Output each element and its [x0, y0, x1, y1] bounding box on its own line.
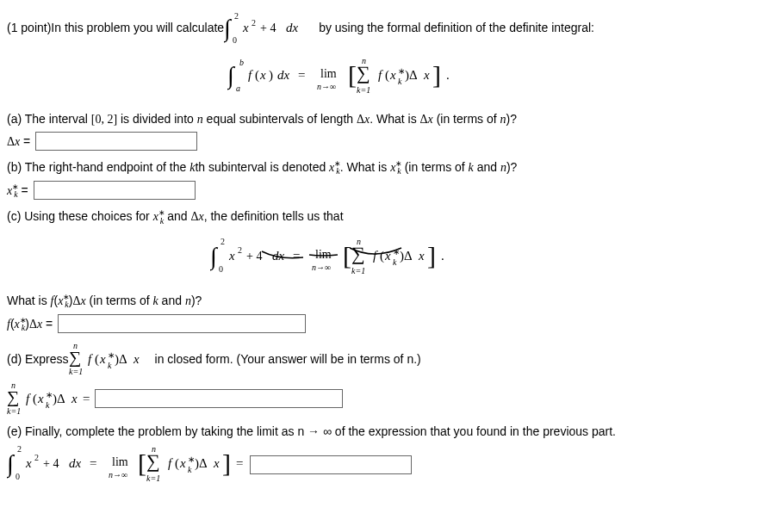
svg-text:k: k [108, 361, 112, 370]
svg-text:+ 4: + 4 [43, 457, 59, 470]
svg-text:x: x [99, 352, 106, 366]
svg-text:2: 2 [34, 453, 39, 462]
svg-text:.: . [441, 249, 444, 263]
part-a-text: (a) The interval [0, 2] is divided into … [7, 112, 757, 127]
svg-text:∗: ∗ [46, 390, 53, 399]
delta-x-label: Δx = [7, 134, 30, 149]
svg-text:x: x [179, 456, 186, 470]
intro-prefix: In this problem you will calculate [51, 21, 224, 34]
xk-label: x∗k = [7, 182, 28, 199]
svg-text:=: = [83, 392, 90, 405]
svg-text:+ 4: + 4 [260, 22, 276, 34]
part-d-suffix: in closed form. (Your answer will be in … [155, 352, 421, 366]
xk-input[interactable] [34, 181, 196, 200]
svg-text:f: f [378, 68, 383, 82]
svg-text:2: 2 [234, 11, 239, 21]
svg-text:k: k [46, 400, 50, 410]
svg-text:∫: ∫ [210, 243, 219, 271]
fxk-input[interactable] [58, 314, 306, 333]
svg-text:lim: lim [320, 67, 337, 80]
svg-text:∗: ∗ [398, 66, 405, 76]
intro-suffix: by using the formal definition of the de… [319, 21, 594, 34]
svg-text:.: . [446, 68, 450, 82]
svg-text:(: ( [33, 392, 37, 406]
svg-text:k: k [188, 465, 192, 474]
svg-text:n→∞: n→∞ [312, 263, 331, 272]
svg-text:(: ( [175, 456, 179, 471]
svg-text:2: 2 [252, 18, 256, 28]
svg-text:)Δ: )Δ [400, 249, 413, 263]
part-c-answer-row: f(x∗k)Δx = [7, 314, 757, 333]
svg-text:x: x [384, 249, 391, 263]
svg-text:2: 2 [238, 245, 242, 255]
svg-text:x: x [418, 249, 425, 263]
svg-text:[: [ [348, 60, 357, 89]
part-b-text: (b) The right-hand endpoint of the kth s… [7, 159, 757, 176]
part-c-formula: ∫ 2 0 x 2 + 4 dx = lim n→∞ [ ∑ n k=1 f (… [7, 236, 757, 282]
svg-text:k: k [398, 77, 402, 86]
svg-text:(: ( [255, 68, 259, 83]
svg-text:∫: ∫ [227, 62, 236, 90]
svg-text:n→∞: n→∞ [109, 470, 127, 479]
svg-text:k=1: k=1 [7, 406, 21, 416]
svg-text:f: f [248, 68, 253, 82]
final-input[interactable] [250, 455, 412, 474]
svg-text:x: x [25, 456, 32, 470]
svg-text:∫: ∫ [224, 15, 233, 43]
svg-text:0: 0 [233, 35, 237, 45]
svg-text:(: ( [95, 352, 99, 367]
svg-text:)Δ: )Δ [53, 392, 65, 406]
svg-text:n: n [73, 342, 78, 350]
svg-text:∗: ∗ [108, 350, 115, 360]
svg-text:x: x [389, 68, 396, 82]
svg-text:2: 2 [17, 444, 22, 454]
svg-text:k=1: k=1 [146, 473, 160, 483]
part-c-question: What is f(x∗k)Δx (in terms of k and n)? [7, 293, 757, 309]
svg-text:a: a [236, 84, 240, 93]
svg-text:+ 4: + 4 [246, 250, 262, 263]
delta-x-input[interactable] [35, 132, 197, 151]
svg-text:dx: dx [286, 21, 299, 34]
part-a-answer-row: Δx = [7, 132, 757, 151]
svg-text:dx: dx [277, 68, 290, 82]
svg-text:k=1: k=1 [69, 367, 83, 376]
svg-text:=: = [90, 456, 96, 470]
svg-text:∑: ∑ [7, 387, 19, 407]
svg-text:x: x [37, 392, 44, 405]
part-e-answer-row: ∫ 2 0 x 2 + 4 dx = lim n→∞ [ ∑ n k=1 f (… [7, 443, 757, 486]
svg-text:[: [ [138, 448, 146, 477]
svg-text:0: 0 [219, 264, 223, 274]
part-b-answer-row: x∗k = [7, 181, 757, 200]
svg-text:]: ] [427, 241, 436, 269]
svg-text:x: x [242, 21, 249, 34]
svg-text:)Δ: )Δ [405, 68, 418, 83]
svg-text:x: x [259, 68, 266, 82]
svg-text:x: x [133, 352, 140, 366]
svg-text:n: n [357, 237, 361, 246]
svg-text:]: ] [432, 60, 441, 89]
svg-text:lim: lim [315, 248, 332, 261]
svg-text:=: = [236, 456, 243, 470]
svg-text:n: n [11, 381, 16, 390]
sum-input[interactable] [95, 389, 343, 408]
definition-formula: ∫ b a f ( x ) dx = lim n→∞ [ ∑ n k=1 f (… [7, 55, 757, 102]
part-d-prefix: (d) Express [7, 352, 69, 366]
svg-text:f: f [88, 352, 93, 366]
svg-text:(: ( [385, 68, 389, 83]
part-d-answer-row: ∑ n k=1 f ( x ∗ k )Δ x = [7, 381, 757, 416]
intro-integral: ∫ 2 0 x 2 + 4 dx [224, 10, 319, 45]
svg-text:]: ] [222, 448, 231, 477]
svg-text:∫: ∫ [7, 450, 16, 479]
points-label: (1 point) [7, 21, 51, 34]
part-e-text: (e) Finally, complete the problem by tak… [7, 424, 757, 438]
svg-text:[: [ [343, 241, 351, 269]
svg-text:=: = [298, 68, 305, 82]
part-c-text: (c) Using these choices for x∗k and Δx, … [7, 208, 757, 225]
svg-text:n: n [152, 444, 156, 454]
svg-text:): ) [269, 68, 273, 83]
part-d-text: (d) Express ∑ n k=1 f ( x ∗ k )Δ x in cl… [7, 342, 757, 376]
svg-text:n: n [362, 56, 366, 65]
svg-text:∑: ∑ [69, 348, 81, 368]
svg-text:x: x [71, 392, 78, 405]
svg-text:f: f [373, 249, 378, 263]
